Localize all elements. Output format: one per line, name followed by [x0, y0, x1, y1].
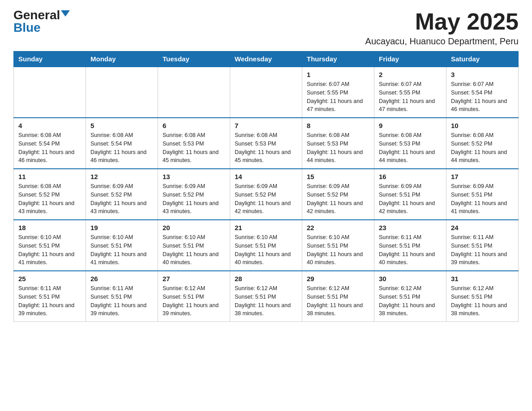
- calendar-cell: 12Sunrise: 6:09 AM Sunset: 5:52 PM Dayli…: [86, 169, 158, 220]
- calendar-cell: 19Sunrise: 6:10 AM Sunset: 5:51 PM Dayli…: [86, 220, 158, 271]
- day-number: 18: [18, 224, 81, 231]
- calendar-cell: 7Sunrise: 6:08 AM Sunset: 5:53 PM Daylig…: [230, 118, 302, 169]
- day-info: Sunrise: 6:11 AM Sunset: 5:51 PM Dayligh…: [451, 233, 514, 267]
- calendar-cell: 23Sunrise: 6:11 AM Sunset: 5:51 PM Dayli…: [374, 220, 446, 271]
- day-number: 17: [451, 173, 514, 180]
- logo-triangle-icon: [61, 10, 70, 17]
- day-number: 23: [379, 224, 442, 231]
- day-info: Sunrise: 6:10 AM Sunset: 5:51 PM Dayligh…: [307, 233, 369, 267]
- day-number: 13: [163, 173, 225, 180]
- calendar-cell: [86, 67, 158, 118]
- day-number: 28: [235, 275, 297, 283]
- calendar-header-friday: Friday: [374, 51, 446, 67]
- day-info: Sunrise: 6:12 AM Sunset: 5:51 PM Dayligh…: [379, 284, 442, 318]
- day-info: Sunrise: 6:12 AM Sunset: 5:51 PM Dayligh…: [235, 284, 297, 318]
- calendar-cell: [158, 67, 230, 118]
- calendar-cell: 5Sunrise: 6:08 AM Sunset: 5:54 PM Daylig…: [86, 118, 158, 169]
- calendar-cell: 13Sunrise: 6:09 AM Sunset: 5:52 PM Dayli…: [158, 169, 230, 220]
- calendar-week-row: 25Sunrise: 6:11 AM Sunset: 5:51 PM Dayli…: [14, 271, 519, 322]
- calendar-header-thursday: Thursday: [302, 51, 374, 67]
- day-number: 27: [163, 275, 225, 283]
- day-info: Sunrise: 6:11 AM Sunset: 5:51 PM Dayligh…: [90, 284, 153, 318]
- calendar-cell: 16Sunrise: 6:09 AM Sunset: 5:51 PM Dayli…: [374, 169, 446, 220]
- page-header: General Blue May 2025 Aucayacu, Huanuco …: [13, 9, 519, 47]
- day-number: 5: [90, 122, 153, 129]
- day-number: 21: [235, 224, 297, 231]
- day-number: 25: [18, 275, 81, 283]
- day-number: 12: [90, 173, 153, 180]
- calendar-cell: 29Sunrise: 6:12 AM Sunset: 5:51 PM Dayli…: [302, 271, 374, 322]
- logo-blue-text: Blue: [13, 21, 41, 34]
- day-info: Sunrise: 6:10 AM Sunset: 5:51 PM Dayligh…: [18, 233, 81, 267]
- day-number: 3: [451, 71, 514, 78]
- day-info: Sunrise: 6:08 AM Sunset: 5:53 PM Dayligh…: [379, 131, 442, 165]
- calendar-cell: 11Sunrise: 6:08 AM Sunset: 5:52 PM Dayli…: [14, 169, 86, 220]
- day-number: 16: [379, 173, 442, 180]
- calendar-cell: 25Sunrise: 6:11 AM Sunset: 5:51 PM Dayli…: [14, 271, 86, 322]
- calendar-week-row: 18Sunrise: 6:10 AM Sunset: 5:51 PM Dayli…: [14, 220, 519, 271]
- calendar-header-tuesday: Tuesday: [158, 51, 230, 67]
- calendar-week-row: 4Sunrise: 6:08 AM Sunset: 5:54 PM Daylig…: [14, 118, 519, 169]
- calendar-cell: 24Sunrise: 6:11 AM Sunset: 5:51 PM Dayli…: [446, 220, 519, 271]
- day-info: Sunrise: 6:08 AM Sunset: 5:53 PM Dayligh…: [235, 131, 297, 165]
- calendar-week-row: 1Sunrise: 6:07 AM Sunset: 5:55 PM Daylig…: [14, 67, 519, 118]
- day-info: Sunrise: 6:11 AM Sunset: 5:51 PM Dayligh…: [379, 233, 442, 267]
- day-number: 24: [451, 224, 514, 231]
- day-number: 15: [307, 173, 369, 180]
- day-info: Sunrise: 6:10 AM Sunset: 5:51 PM Dayligh…: [163, 233, 225, 267]
- day-info: Sunrise: 6:11 AM Sunset: 5:51 PM Dayligh…: [18, 284, 81, 318]
- calendar-cell: 4Sunrise: 6:08 AM Sunset: 5:54 PM Daylig…: [14, 118, 86, 169]
- day-info: Sunrise: 6:08 AM Sunset: 5:53 PM Dayligh…: [307, 131, 369, 165]
- day-number: 6: [163, 122, 225, 129]
- day-info: Sunrise: 6:10 AM Sunset: 5:51 PM Dayligh…: [235, 233, 297, 267]
- calendar-cell: 17Sunrise: 6:09 AM Sunset: 5:51 PM Dayli…: [446, 169, 519, 220]
- day-number: 30: [379, 275, 442, 283]
- calendar-cell: 22Sunrise: 6:10 AM Sunset: 5:51 PM Dayli…: [302, 220, 374, 271]
- calendar-cell: 26Sunrise: 6:11 AM Sunset: 5:51 PM Dayli…: [86, 271, 158, 322]
- calendar-table: SundayMondayTuesdayWednesdayThursdayFrid…: [13, 51, 519, 322]
- day-info: Sunrise: 6:12 AM Sunset: 5:51 PM Dayligh…: [163, 284, 225, 318]
- day-number: 4: [18, 122, 81, 129]
- calendar-cell: 8Sunrise: 6:08 AM Sunset: 5:53 PM Daylig…: [302, 118, 374, 169]
- day-number: 19: [90, 224, 153, 231]
- day-info: Sunrise: 6:07 AM Sunset: 5:55 PM Dayligh…: [307, 80, 369, 114]
- logo-general-text: General: [13, 9, 60, 21]
- calendar-week-row: 11Sunrise: 6:08 AM Sunset: 5:52 PM Dayli…: [14, 169, 519, 220]
- day-number: 10: [451, 122, 514, 129]
- day-info: Sunrise: 6:09 AM Sunset: 5:51 PM Dayligh…: [451, 182, 514, 216]
- day-number: 14: [235, 173, 297, 180]
- calendar-cell: 30Sunrise: 6:12 AM Sunset: 5:51 PM Dayli…: [374, 271, 446, 322]
- calendar-cell: 21Sunrise: 6:10 AM Sunset: 5:51 PM Dayli…: [230, 220, 302, 271]
- day-info: Sunrise: 6:09 AM Sunset: 5:52 PM Dayligh…: [235, 182, 297, 216]
- day-number: 11: [18, 173, 81, 180]
- day-number: 1: [307, 71, 369, 78]
- calendar-header-monday: Monday: [86, 51, 158, 67]
- calendar-cell: 9Sunrise: 6:08 AM Sunset: 5:53 PM Daylig…: [374, 118, 446, 169]
- day-info: Sunrise: 6:10 AM Sunset: 5:51 PM Dayligh…: [90, 233, 153, 267]
- calendar-cell: 2Sunrise: 6:07 AM Sunset: 5:55 PM Daylig…: [374, 67, 446, 118]
- calendar-cell: 27Sunrise: 6:12 AM Sunset: 5:51 PM Dayli…: [158, 271, 230, 322]
- day-number: 20: [163, 224, 225, 231]
- calendar-cell: 14Sunrise: 6:09 AM Sunset: 5:52 PM Dayli…: [230, 169, 302, 220]
- day-info: Sunrise: 6:07 AM Sunset: 5:54 PM Dayligh…: [451, 80, 514, 114]
- day-info: Sunrise: 6:09 AM Sunset: 5:51 PM Dayligh…: [379, 182, 442, 216]
- day-info: Sunrise: 6:09 AM Sunset: 5:52 PM Dayligh…: [307, 182, 369, 216]
- day-info: Sunrise: 6:08 AM Sunset: 5:52 PM Dayligh…: [451, 131, 514, 165]
- day-info: Sunrise: 6:12 AM Sunset: 5:51 PM Dayligh…: [451, 284, 514, 318]
- logo: General Blue: [13, 9, 70, 34]
- day-number: 22: [307, 224, 369, 231]
- calendar-cell: 6Sunrise: 6:08 AM Sunset: 5:53 PM Daylig…: [158, 118, 230, 169]
- subtitle: Aucayacu, Huanuco Department, Peru: [365, 36, 519, 47]
- day-number: 26: [90, 275, 153, 283]
- calendar-cell: 31Sunrise: 6:12 AM Sunset: 5:51 PM Dayli…: [446, 271, 519, 322]
- calendar-header-saturday: Saturday: [446, 51, 519, 67]
- main-title: May 2025: [365, 9, 519, 34]
- day-info: Sunrise: 6:09 AM Sunset: 5:52 PM Dayligh…: [163, 182, 225, 216]
- day-number: 9: [379, 122, 442, 129]
- day-info: Sunrise: 6:12 AM Sunset: 5:51 PM Dayligh…: [307, 284, 369, 318]
- day-number: 2: [379, 71, 442, 78]
- day-info: Sunrise: 6:08 AM Sunset: 5:54 PM Dayligh…: [90, 131, 153, 165]
- day-number: 7: [235, 122, 297, 129]
- title-block: May 2025 Aucayacu, Huanuco Department, P…: [365, 9, 519, 47]
- calendar-header-wednesday: Wednesday: [230, 51, 302, 67]
